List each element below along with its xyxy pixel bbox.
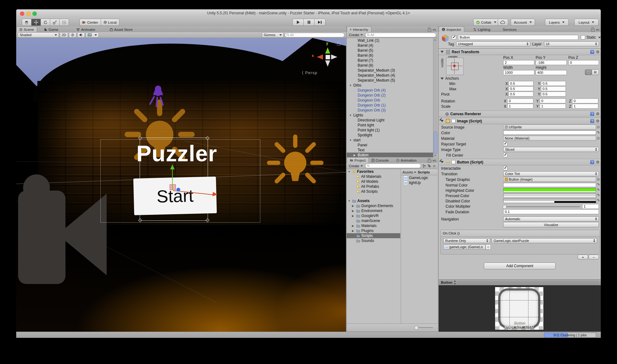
tab-menu-icon[interactable]: ▾≡ (433, 159, 436, 162)
button-enabled-checkbox[interactable] (451, 160, 456, 164)
raw-edit-mode-button[interactable]: R (592, 69, 599, 75)
draw-mode-dropdown[interactable]: Shaded (18, 32, 59, 38)
anchor-max-y-field[interactable]: 0.5 (541, 86, 566, 91)
slider-knob[interactable] (414, 326, 418, 330)
project-folder-favorites[interactable]: ▼Favorites (347, 169, 400, 174)
rect-tool-button[interactable] (59, 19, 69, 26)
camera-gizmo[interactable] (16, 174, 110, 286)
project-folder-all-prefabs[interactable]: All Prefabs (347, 184, 400, 189)
expander-right-icon[interactable]: ▶ (352, 210, 355, 212)
color-swatch[interactable] (503, 130, 596, 135)
gear-icon[interactable]: ⚙ (596, 119, 600, 123)
project-folder-environment[interactable]: ▶Environment (347, 208, 400, 213)
hierarchy-item-text[interactable]: Text (347, 148, 437, 153)
pivot-toggle-button[interactable]: Center (80, 19, 101, 26)
rect-transform-header[interactable]: Rect Transform ?⚙ (439, 49, 601, 55)
tab-inspector[interactable]: iInspector (439, 26, 464, 32)
search-by-label-icon[interactable] (427, 164, 431, 168)
hierarchy-item-start[interactable]: ▼start (347, 138, 437, 143)
gizmo-cube[interactable] (325, 55, 330, 59)
static-checkbox[interactable] (581, 35, 585, 40)
updown-arrows-icon[interactable]: ▲▼ (454, 280, 456, 285)
object-picker-icon[interactable]: ⊙ (597, 125, 600, 129)
pause-button[interactable] (303, 19, 314, 26)
visualize-button[interactable]: Visualize (503, 222, 599, 227)
runtime-mode-dropdown[interactable]: Runtime Only (443, 238, 490, 243)
scale-z-field[interactable]: 1 (572, 104, 598, 109)
gizmos-dropdown[interactable]: Gizmos (262, 32, 284, 38)
tab-scene[interactable]: Scene (16, 26, 37, 32)
account-button[interactable]: Account (511, 19, 535, 26)
hierarchy-item-separator-medium-5[interactable]: Separator_Medium (5) (347, 78, 437, 83)
source-image-field[interactable]: UISprite (503, 125, 596, 130)
navigation-dropdown[interactable]: Automatic (503, 216, 599, 221)
project-folder-dungeon-elements[interactable]: ▶Dungeon Elements (347, 203, 400, 208)
scene-viewport[interactable]: Puzzler Start y x ⟨ Persp (16, 38, 346, 332)
hand-tool-button[interactable] (22, 19, 31, 26)
progress-bar[interactable]: 5/11 Clustering | 1 jobs (544, 333, 596, 338)
project-folder-assets[interactable]: ▼Assets (347, 198, 400, 203)
hierarchy-item-dungeon-orb[interactable]: Dungeon Orb (347, 98, 437, 103)
scroll-down-icon[interactable]: ▼ (434, 154, 436, 157)
raycast-target-checkbox[interactable] (503, 142, 508, 146)
hierarchy-item-barrel-4[interactable]: Barrel (4) (347, 43, 437, 48)
pivot-x-field[interactable]: 0.5 (509, 92, 533, 97)
rotate-tool-button[interactable] (41, 19, 50, 26)
object-picker-button[interactable]: ⊙ (486, 244, 491, 249)
tag-dropdown[interactable]: Untagged (456, 41, 530, 46)
2d-toggle-button[interactable]: 2D (60, 32, 68, 38)
hierarchy-item-dungeon-orb-2[interactable]: Dungeon Orb (2) (347, 93, 437, 98)
expander-down-icon[interactable]: ▼ (349, 84, 353, 87)
target-graphic-field[interactable]: Button (Image) (503, 177, 596, 182)
scroll-up-icon[interactable]: ▲ (434, 39, 436, 41)
material-field[interactable]: None (Material) (503, 136, 596, 141)
axis-cone[interactable] (331, 54, 337, 59)
expander-right-icon[interactable]: ▶ (352, 205, 355, 207)
expander-down-icon[interactable]: ▼ (349, 139, 353, 142)
hierarchy-item-separator-medium-4[interactable]: Separator_Medium (4) (347, 73, 437, 78)
project-folder-all-materials[interactable]: All Materials (347, 174, 400, 179)
pos-y-field[interactable]: -186 (536, 60, 567, 65)
hierarchy-item-orbs[interactable]: ▼Orbs (347, 83, 437, 88)
lock-icon[interactable] (428, 29, 431, 32)
layers-button[interactable]: Layers (545, 19, 569, 26)
rotation-z-field[interactable]: 0 (572, 98, 598, 103)
hierarchy-item-barrel-5[interactable]: Barrel (5) (347, 48, 437, 53)
lock-icon[interactable] (591, 29, 595, 32)
search-by-type-icon[interactable] (422, 164, 426, 168)
expander-down-icon[interactable]: ▼ (349, 114, 353, 117)
space-toggle-button[interactable]: Local (101, 19, 120, 26)
hierarchy-item-directional-light[interactable]: Directional Light (347, 118, 437, 123)
project-folder-all-scripts[interactable]: All Scripts (347, 189, 400, 194)
expander-right-icon[interactable]: ▶ (354, 154, 358, 157)
tab-menu-icon[interactable]: ▾≡ (596, 28, 600, 31)
rotation-x-field[interactable]: 0 (507, 98, 533, 103)
gear-icon[interactable]: ⚙ (596, 50, 600, 54)
pos-x-field[interactable]: 2 (503, 60, 534, 65)
hierarchy-item-panel[interactable]: Panel (347, 143, 437, 148)
eyedropper-icon[interactable]: ✎ (597, 198, 600, 202)
anchor-min-y-field[interactable]: 0.5 (541, 81, 566, 86)
project-folder-sounds[interactable]: Sounds (347, 238, 400, 243)
help-icon[interactable]: ? (590, 112, 594, 116)
tab-game[interactable]: Game (41, 27, 61, 32)
play-button[interactable] (292, 19, 303, 26)
hierarchy-item-button[interactable]: ▶Button (347, 153, 437, 157)
project-file-lightup[interactable]: C#lightUp (401, 180, 437, 185)
fade-duration-field[interactable]: 0.1 (503, 209, 599, 214)
on-click-add-button[interactable]: + (578, 255, 588, 259)
scrollbar-thumb[interactable] (434, 131, 437, 154)
pivot-y-field[interactable]: 0.5 (541, 92, 566, 97)
object-picker-icon[interactable]: ⊙ (597, 136, 600, 140)
height-field[interactable]: 400 (536, 70, 567, 75)
project-folder-all-models[interactable]: All Models (347, 179, 400, 184)
color-multiplier-field[interactable]: 1 (582, 204, 599, 209)
gameobject-name-field[interactable]: Button (458, 35, 578, 40)
fill-center-checkbox[interactable] (503, 153, 508, 157)
image-component-header[interactable]: Image (Script) ?⚙ (439, 118, 601, 124)
tab-animation[interactable]: Animation (393, 158, 419, 163)
canvas-renderer-header[interactable]: ◎ Canvas Renderer ?⚙ (439, 111, 601, 117)
gizmo-y-axis[interactable] (172, 169, 173, 190)
disabled-color-swatch[interactable] (503, 199, 596, 203)
help-icon[interactable]: ? (590, 50, 594, 54)
